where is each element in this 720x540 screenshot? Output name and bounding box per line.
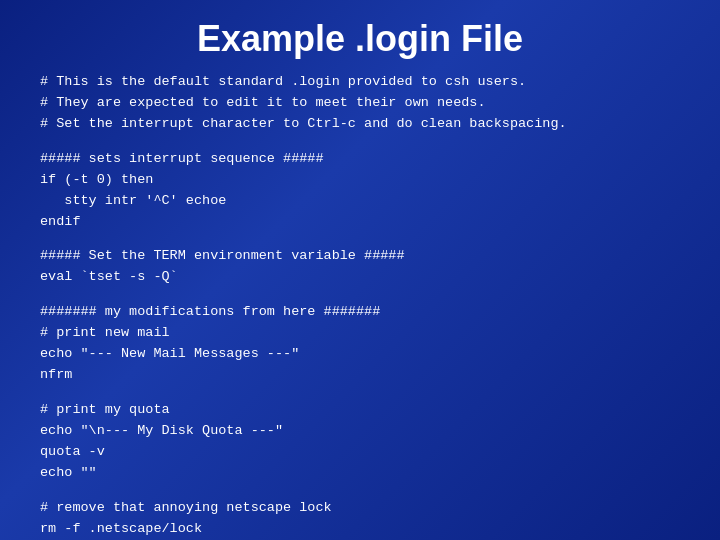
code-line: endif <box>40 212 680 233</box>
code-line: # print new mail <box>40 323 680 344</box>
code-line: # remove that annoying netscape lock <box>40 498 680 519</box>
code-line: nfrm <box>40 365 680 386</box>
code-line: echo "" <box>40 463 680 484</box>
code-line: echo "\n--- My Disk Quota ---" <box>40 421 680 442</box>
code-section-mail: ####### my modifications from here #####… <box>40 302 680 386</box>
code-line: # Set the interrupt character to Ctrl-c … <box>40 114 680 135</box>
code-section-comments: # This is the default standard .login pr… <box>40 72 680 135</box>
code-line: if (-t 0) then <box>40 170 680 191</box>
code-line: ##### sets interrupt sequence ##### <box>40 149 680 170</box>
code-section-interrupt: ##### sets interrupt sequence #####if (-… <box>40 149 680 233</box>
content-area: # This is the default standard .login pr… <box>0 72 720 540</box>
code-line: echo "--- New Mail Messages ---" <box>40 344 680 365</box>
code-line: # They are expected to edit it to meet t… <box>40 93 680 114</box>
code-section-netscape: # remove that annoying netscape lockrm -… <box>40 498 680 540</box>
code-line: ##### Set the TERM environment variable … <box>40 246 680 267</box>
code-section-quota: # print my quotaecho "\n--- My Disk Quot… <box>40 400 680 484</box>
code-line: eval `tset -s -Q` <box>40 267 680 288</box>
code-line: ####### my modifications from here #####… <box>40 302 680 323</box>
code-line: # This is the default standard .login pr… <box>40 72 680 93</box>
code-line: # print my quota <box>40 400 680 421</box>
code-line: stty intr '^C' echoe <box>40 191 680 212</box>
code-line: quota -v <box>40 442 680 463</box>
code-line: rm -f .netscape/lock <box>40 519 680 540</box>
code-section-term: ##### Set the TERM environment variable … <box>40 246 680 288</box>
page-title: Example .login File <box>0 0 720 72</box>
